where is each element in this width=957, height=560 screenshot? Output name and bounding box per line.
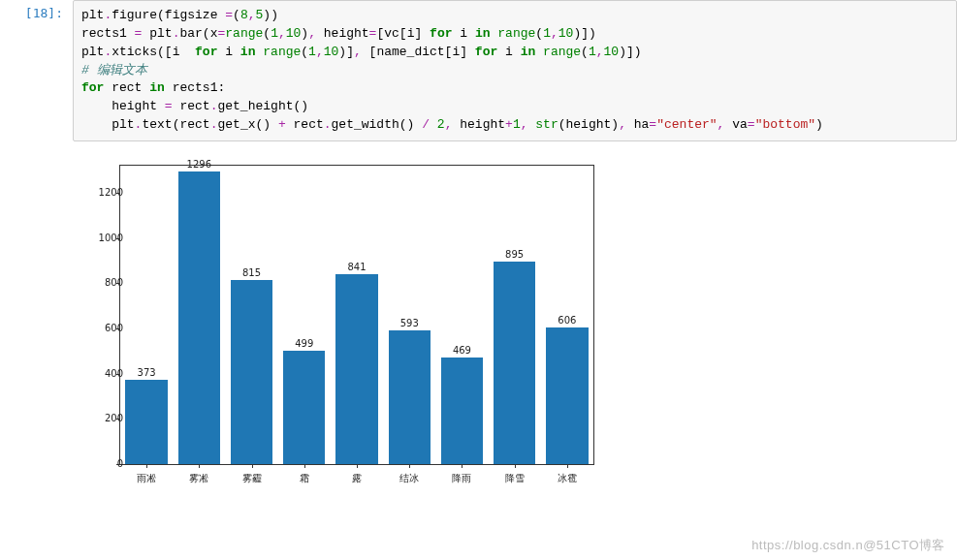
bar-value-label: 1296 [187,159,211,170]
y-tick-label: 400 [105,367,123,378]
x-tick [515,464,516,468]
x-tick-label: 霜 [300,472,309,485]
chart-bar [441,358,483,463]
y-tick-label: 600 [105,322,123,332]
bar-value-label: 469 [453,345,471,356]
x-tick-label: 降雨 [452,472,471,485]
x-tick [199,464,200,468]
x-tick-label: 雨凇 [137,472,156,485]
plot-area: 373雨凇1296雾凇815雾霾499霜841露593结冰469降雨895降雪6… [119,165,594,465]
y-tick-label: 200 [105,413,123,423]
x-tick [357,464,358,468]
x-tick [146,464,147,468]
code-input[interactable]: plt.figure(figsize =(8,5)) rects1 = plt.… [73,0,957,141]
chart-bar [178,171,220,464]
y-tick-label: 0 [117,457,123,468]
chart-bar [125,380,167,464]
bar-value-label: 373 [138,367,156,378]
x-tick-label: 降雪 [505,472,525,485]
chart-bar [494,262,535,464]
chart-bar [389,330,431,464]
cell-output: 373雨凇1296雾凇815雾霾499霜841露593结冰469降雨895降雪6… [63,155,957,502]
y-tick-label: 1000 [99,232,123,242]
x-tick [252,464,253,468]
bar-value-label: 841 [347,262,366,272]
x-tick [409,464,410,468]
x-tick-label: 雾凇 [189,472,208,485]
bar-value-label: 606 [558,315,576,326]
x-tick-label: 雾霾 [242,472,262,485]
x-tick-label: 露 [352,472,362,485]
x-tick-label: 冰雹 [558,472,577,485]
chart-bar [546,327,588,464]
x-tick [462,464,463,468]
chart-bar [231,280,272,464]
chart-bar [283,351,325,463]
bar-chart: 373雨凇1296雾凇815雾霾499霜841露593结冰469降雨895降雪6… [63,155,606,502]
y-tick-label: 800 [105,277,123,288]
y-tick-label: 1200 [99,186,123,197]
x-tick-label: 结冰 [399,472,419,485]
x-tick [304,464,305,468]
chart-bar [335,274,377,464]
notebook-cell: [18]: plt.figure(figsize =(8,5)) rects1 … [0,0,957,141]
bar-value-label: 895 [505,249,524,260]
bar-value-label: 815 [242,267,261,278]
bar-value-label: 499 [295,338,313,349]
bar-value-label: 593 [400,318,419,328]
x-tick [567,464,568,468]
cell-prompt: [18]: [0,0,73,141]
